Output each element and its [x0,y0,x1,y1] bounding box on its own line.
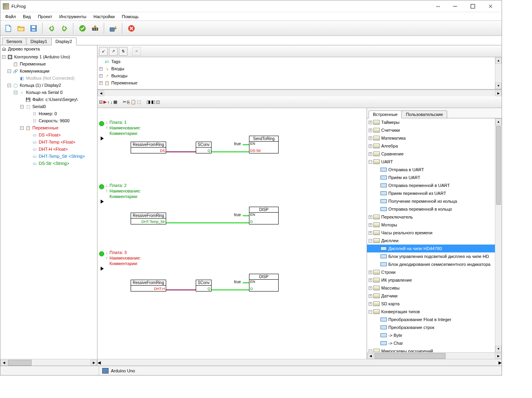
tab-display2[interactable]: Display2 [51,37,77,45]
tree-v4[interactable]: DHT-Temp_Str <String> [39,154,85,159]
function-block[interactable]: DISPEND [249,207,279,224]
library-tree[interactable]: +Таймеры+Счетчики+Математика+Алгебра+Сра… [367,118,502,352]
block-out-port[interactable]: DHT-Temp_Str [141,220,165,224]
lib-item[interactable]: Отправка переменной в UART [367,181,495,189]
tree-expand-icon[interactable]: + [369,121,372,124]
scroll-right-icon[interactable]: ▶ [495,353,502,359]
lib-item[interactable]: Отправка переменной в кольцо [367,205,495,213]
lib-folder[interactable]: +Математика [367,134,495,142]
scroll-left-icon[interactable]: ◀ [367,353,374,359]
block-d-port[interactable]: D [250,220,253,224]
lib-item[interactable]: Получение переменной из кольца [367,197,495,205]
tree-v1[interactable]: DS <Float> [39,133,61,137]
move-down-button[interactable]: ↓ [111,100,113,105]
tree-expand-icon[interactable]: + [369,294,372,298]
tree-v2[interactable]: DHT-Temp <Float> [39,140,75,144]
tree-expand-icon[interactable]: + [369,278,372,282]
zoom-fit-button[interactable]: ⊡ [99,99,103,105]
tree-expand-icon[interactable]: − [7,69,11,73]
scroll-down-icon[interactable]: ▼ [495,346,502,352]
scroll-left-icon[interactable]: ◀ [97,360,101,365]
function-block[interactable]: RessiveFromRingDHT-Temp_Str [131,213,166,224]
wire[interactable] [243,282,249,283]
function-block[interactable]: DISPEND [249,274,279,291]
tree-speed[interactable]: Скорость: 9600 [39,118,69,123]
align-left-button[interactable]: ◨ [146,99,150,105]
align-right-button[interactable]: ◧ [151,99,155,105]
block-d-port[interactable]: DS-Str [250,149,261,153]
compile-button[interactable] [90,23,101,34]
scroll-right-icon[interactable]: ▶ [495,90,502,96]
tags-inputs[interactable]: Входы [111,66,124,71]
tree-rings[interactable]: Кольца (1) / Display2 [20,83,61,88]
block-out-port[interactable]: DS [160,149,165,153]
tree-expand-icon[interactable]: − [369,239,372,243]
function-block[interactable]: SConvQ [196,280,212,291]
wire[interactable] [243,215,249,216]
lib-item[interactable]: Отправка в UART [367,166,495,174]
tree-expand-icon[interactable]: − [369,160,372,164]
scroll-up-icon[interactable]: ▲ [495,57,502,64]
lib-item[interactable]: Прием переменной из UART [367,189,495,197]
block-en-port[interactable]: EN [250,213,255,217]
lib-hscrollbar[interactable]: ◀ ▶ [367,352,502,359]
lib-folder[interactable]: +Строки [367,268,495,276]
scroll-thumb[interactable] [496,126,501,205]
scroll-up-icon[interactable]: ▲ [495,118,502,125]
tree-expand-icon[interactable]: + [99,74,103,78]
scroll-thumb[interactable] [8,360,32,366]
maximize-button[interactable] [464,1,481,12]
tree-expand-icon[interactable]: + [369,129,372,132]
tree-comm[interactable]: Коммуникации [20,69,49,73]
tree-hscrollbar[interactable]: ◀ ▶ [0,359,97,366]
tree-expand-icon[interactable]: − [369,349,372,353]
scroll-down-icon[interactable]: ▼ [495,82,502,89]
scroll-left-icon[interactable]: ◀ [0,360,7,366]
wire[interactable] [212,151,249,152]
tree-expand-icon[interactable]: + [369,271,372,274]
stop-button[interactable] [126,23,137,34]
tree-vars[interactable]: Переменные [20,62,46,66]
lib-item[interactable]: Блок декодирования семисегментного индик… [367,260,495,268]
redo-button[interactable] [59,23,70,34]
tree-expand-icon[interactable]: + [369,231,372,235]
tags-vars[interactable]: Переменные [111,80,137,85]
tags-vscrollbar[interactable]: ▲ ▼ [495,57,502,89]
minimize-button[interactable] [446,1,464,12]
wire[interactable] [212,290,249,290]
canvas-hscrollbar[interactable]: ◀ ▶ [97,359,502,366]
add-output-button[interactable]: ↗ [109,47,118,56]
tags-hscrollbar[interactable]: ◀ ▶ [97,90,502,96]
lib-folder[interactable]: +Массивы [367,284,495,292]
lib-folder[interactable]: −Микросхемы расширений [367,347,495,352]
add-input-button[interactable]: ↙ [99,47,108,56]
menu-file[interactable]: Файл [2,13,19,20]
tree-num[interactable]: Номер: 0 [39,111,57,116]
tree-expand-icon[interactable]: + [369,302,372,306]
lib-folder[interactable]: +Алгебра [367,142,495,150]
lib-folder[interactable]: −UART [367,158,495,166]
lib-folder[interactable]: +Датчики [367,292,495,300]
lib-folder[interactable]: +Часы реального времени [367,229,495,237]
tree-ring0[interactable]: Кольцо на Serial 0 [26,90,62,95]
lib-folder[interactable]: −Дисплеи [367,237,495,245]
save-button[interactable] [28,23,39,34]
upload-button[interactable] [108,23,119,34]
fbd-canvas[interactable]: ↓↑ Плата: 1 Наименование: Комментарии: R… [97,108,367,359]
function-block[interactable]: SConvQ [196,142,212,153]
tree-expand-icon[interactable]: + [369,286,372,290]
tree-expand-icon[interactable]: + [369,215,372,219]
menu-view[interactable]: Вид [20,13,34,20]
tree-expand-icon[interactable]: + [369,223,372,227]
block-out-port[interactable]: Q [208,287,210,291]
wire[interactable] [166,222,249,223]
scroll-thumb[interactable] [375,353,446,359]
wire[interactable] [243,144,249,145]
tree-expand-icon[interactable]: − [369,310,372,314]
grid-button[interactable]: ▦ [113,99,117,105]
tree-expand-icon[interactable]: − [2,55,6,59]
move-up-button[interactable]: ↑ [107,100,110,105]
fbd-board[interactable]: ↓↑ Плата: 3 Наименование: Комментарии: R… [99,250,141,271]
tree-controller[interactable]: Контроллер 1 (Arduino Uno) [14,54,70,59]
distribute-button[interactable]: ◫ [156,99,160,105]
